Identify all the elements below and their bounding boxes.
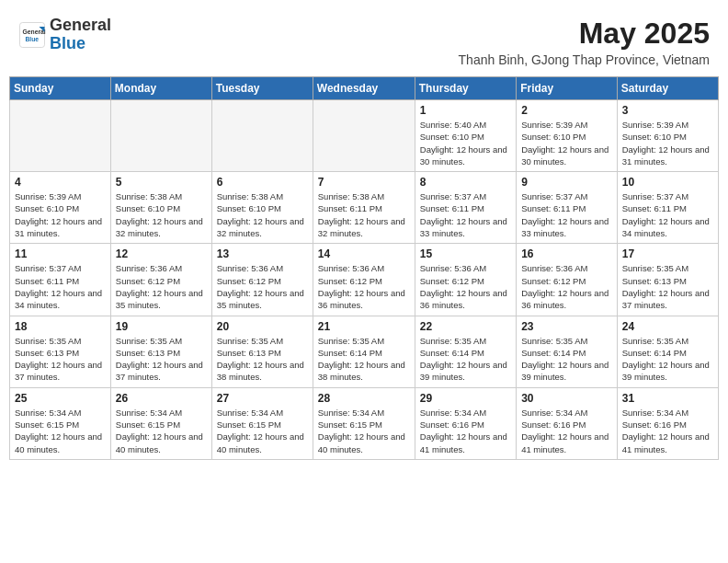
day-number: 15 (420, 247, 511, 260)
day-info: Sunrise: 5:34 AM Sunset: 6:16 PM Dayligh… (521, 407, 612, 455)
calendar-day-cell: 23Sunrise: 5:35 AM Sunset: 6:14 PM Dayli… (517, 316, 618, 387)
calendar-table: SundayMondayTuesdayWednesdayThursdayFrid… (9, 76, 719, 460)
calendar-day-cell: 7Sunrise: 5:38 AM Sunset: 6:11 PM Daylig… (313, 172, 415, 244)
day-info: Sunrise: 5:36 AM Sunset: 6:12 PM Dayligh… (318, 262, 410, 311)
calendar-day-cell: 29Sunrise: 5:34 AM Sunset: 6:16 PM Dayli… (415, 387, 516, 459)
calendar-header-tuesday: Tuesday (211, 77, 313, 100)
day-info: Sunrise: 5:34 AM Sunset: 6:15 PM Dayligh… (15, 407, 106, 455)
day-info: Sunrise: 5:37 AM Sunset: 6:11 PM Dayligh… (521, 190, 612, 239)
day-number: 9 (521, 176, 612, 189)
day-number: 26 (116, 392, 207, 405)
title-section: May 2025 Thanh Binh, GJong Thap Province… (459, 17, 710, 67)
day-info: Sunrise: 5:38 AM Sunset: 6:11 PM Dayligh… (318, 190, 410, 239)
day-number: 22 (420, 320, 511, 333)
calendar-day-cell: 17Sunrise: 5:35 AM Sunset: 6:13 PM Dayli… (617, 244, 718, 316)
day-info: Sunrise: 5:36 AM Sunset: 6:12 PM Dayligh… (217, 262, 308, 311)
calendar-header-wednesday: Wednesday (313, 77, 415, 100)
day-number: 6 (217, 176, 308, 189)
calendar-day-cell: 22Sunrise: 5:35 AM Sunset: 6:14 PM Dayli… (415, 316, 516, 387)
svg-text:Blue: Blue (26, 36, 40, 42)
day-number: 14 (318, 247, 410, 260)
calendar-day-cell (10, 100, 111, 172)
day-info: Sunrise: 5:38 AM Sunset: 6:10 PM Dayligh… (116, 190, 207, 239)
day-info: Sunrise: 5:37 AM Sunset: 6:11 PM Dayligh… (15, 262, 106, 311)
calendar-day-cell: 25Sunrise: 5:34 AM Sunset: 6:15 PM Dayli… (10, 387, 111, 459)
logo-general-text: General (50, 16, 111, 34)
calendar-week-row: 18Sunrise: 5:35 AM Sunset: 6:13 PM Dayli… (10, 316, 719, 387)
day-info: Sunrise: 5:37 AM Sunset: 6:11 PM Dayligh… (622, 190, 713, 239)
calendar-header-row: SundayMondayTuesdayWednesdayThursdayFrid… (10, 77, 719, 100)
day-info: Sunrise: 5:35 AM Sunset: 6:14 PM Dayligh… (318, 335, 410, 384)
calendar-day-cell: 1Sunrise: 5:40 AM Sunset: 6:10 PM Daylig… (415, 100, 516, 172)
calendar-day-cell: 5Sunrise: 5:38 AM Sunset: 6:10 PM Daylig… (110, 172, 211, 244)
calendar-week-row: 25Sunrise: 5:34 AM Sunset: 6:15 PM Dayli… (10, 387, 719, 459)
day-info: Sunrise: 5:39 AM Sunset: 6:10 PM Dayligh… (622, 119, 713, 167)
calendar-day-cell: 31Sunrise: 5:34 AM Sunset: 6:16 PM Dayli… (617, 387, 718, 459)
day-info: Sunrise: 5:35 AM Sunset: 6:13 PM Dayligh… (622, 262, 713, 311)
day-number: 20 (217, 320, 308, 333)
day-info: Sunrise: 5:34 AM Sunset: 6:16 PM Dayligh… (622, 407, 713, 455)
day-number: 4 (15, 176, 106, 189)
day-number: 18 (15, 320, 106, 333)
calendar-day-cell: 2Sunrise: 5:39 AM Sunset: 6:10 PM Daylig… (517, 100, 618, 172)
calendar-day-cell: 9Sunrise: 5:37 AM Sunset: 6:11 PM Daylig… (517, 172, 618, 244)
calendar-header-thursday: Thursday (415, 77, 516, 100)
day-info: Sunrise: 5:37 AM Sunset: 6:11 PM Dayligh… (420, 190, 511, 239)
day-info: Sunrise: 5:35 AM Sunset: 6:14 PM Dayligh… (521, 335, 612, 384)
location-subtitle: Thanh Binh, GJong Thap Province, Vietnam (459, 52, 710, 67)
day-info: Sunrise: 5:38 AM Sunset: 6:10 PM Dayligh… (217, 190, 308, 239)
day-number: 12 (116, 247, 207, 260)
svg-rect-0 (20, 22, 45, 47)
day-number: 1 (420, 104, 511, 117)
calendar-day-cell: 28Sunrise: 5:34 AM Sunset: 6:15 PM Dayli… (313, 387, 415, 459)
day-info: Sunrise: 5:34 AM Sunset: 6:15 PM Dayligh… (116, 407, 207, 455)
day-number: 17 (622, 247, 713, 260)
calendar-day-cell (313, 100, 415, 172)
calendar-week-row: 1Sunrise: 5:40 AM Sunset: 6:10 PM Daylig… (10, 100, 719, 172)
day-info: Sunrise: 5:34 AM Sunset: 6:15 PM Dayligh… (217, 407, 308, 455)
day-number: 13 (217, 247, 308, 260)
calendar-day-cell (110, 100, 211, 172)
calendar-day-cell: 13Sunrise: 5:36 AM Sunset: 6:12 PM Dayli… (211, 244, 313, 316)
calendar-day-cell: 15Sunrise: 5:36 AM Sunset: 6:12 PM Dayli… (415, 244, 516, 316)
calendar-day-cell: 12Sunrise: 5:36 AM Sunset: 6:12 PM Dayli… (110, 244, 211, 316)
calendar-week-row: 4Sunrise: 5:39 AM Sunset: 6:10 PM Daylig… (10, 172, 719, 244)
day-number: 29 (420, 392, 511, 405)
day-info: Sunrise: 5:35 AM Sunset: 6:13 PM Dayligh… (116, 335, 207, 384)
calendar-week-row: 11Sunrise: 5:37 AM Sunset: 6:11 PM Dayli… (10, 244, 719, 316)
calendar-day-cell: 6Sunrise: 5:38 AM Sunset: 6:10 PM Daylig… (211, 172, 313, 244)
day-info: Sunrise: 5:36 AM Sunset: 6:12 PM Dayligh… (521, 262, 612, 311)
calendar-day-cell: 8Sunrise: 5:37 AM Sunset: 6:11 PM Daylig… (415, 172, 516, 244)
calendar-day-cell: 11Sunrise: 5:37 AM Sunset: 6:11 PM Dayli… (10, 244, 111, 316)
page-header: General Blue General Blue May 2025 Thanh… (9, 9, 719, 71)
day-number: 19 (116, 320, 207, 333)
day-number: 16 (521, 247, 612, 260)
calendar-header-friday: Friday (517, 77, 618, 100)
day-info: Sunrise: 5:35 AM Sunset: 6:13 PM Dayligh… (15, 335, 106, 384)
calendar-day-cell: 4Sunrise: 5:39 AM Sunset: 6:10 PM Daylig… (10, 172, 111, 244)
day-number: 8 (420, 176, 511, 189)
calendar-header-saturday: Saturday (617, 77, 718, 100)
logo: General Blue General Blue (18, 17, 111, 53)
day-number: 10 (622, 176, 713, 189)
day-number: 5 (116, 176, 207, 189)
day-number: 7 (318, 176, 410, 189)
day-number: 31 (622, 392, 713, 405)
calendar-day-cell: 27Sunrise: 5:34 AM Sunset: 6:15 PM Dayli… (211, 387, 313, 459)
calendar-day-cell: 14Sunrise: 5:36 AM Sunset: 6:12 PM Dayli… (313, 244, 415, 316)
calendar-header-sunday: Sunday (10, 77, 111, 100)
day-number: 11 (15, 247, 106, 260)
day-info: Sunrise: 5:39 AM Sunset: 6:10 PM Dayligh… (521, 119, 612, 167)
day-info: Sunrise: 5:34 AM Sunset: 6:15 PM Dayligh… (318, 407, 410, 455)
calendar-day-cell: 26Sunrise: 5:34 AM Sunset: 6:15 PM Dayli… (110, 387, 211, 459)
day-number: 25 (15, 392, 106, 405)
calendar-day-cell: 20Sunrise: 5:35 AM Sunset: 6:13 PM Dayli… (211, 316, 313, 387)
day-info: Sunrise: 5:34 AM Sunset: 6:16 PM Dayligh… (420, 407, 511, 455)
day-info: Sunrise: 5:40 AM Sunset: 6:10 PM Dayligh… (420, 119, 511, 167)
day-info: Sunrise: 5:35 AM Sunset: 6:13 PM Dayligh… (217, 335, 308, 384)
day-number: 30 (521, 392, 612, 405)
calendar-day-cell: 3Sunrise: 5:39 AM Sunset: 6:10 PM Daylig… (617, 100, 718, 172)
day-info: Sunrise: 5:36 AM Sunset: 6:12 PM Dayligh… (420, 262, 511, 311)
logo-blue-text: Blue (50, 34, 85, 52)
day-number: 27 (217, 392, 308, 405)
